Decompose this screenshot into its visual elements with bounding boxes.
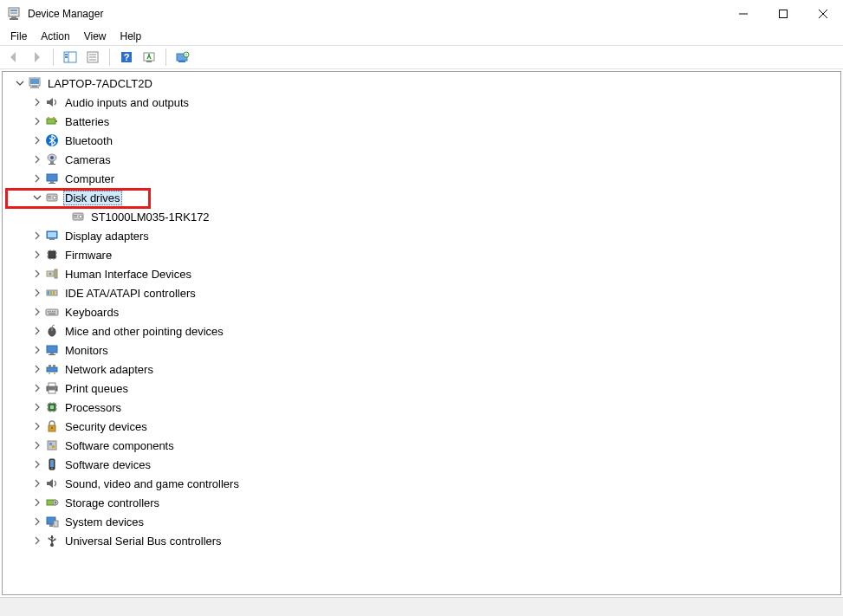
back-button[interactable] xyxy=(3,48,24,67)
tree-category-cameras[interactable]: Cameras xyxy=(4,150,840,169)
tree-category-network[interactable]: Network adapters xyxy=(4,360,840,379)
svg-rect-38 xyxy=(47,174,57,181)
chevron-right-icon[interactable] xyxy=(30,152,44,166)
forward-button[interactable] xyxy=(26,48,47,67)
chevron-down-icon[interactable] xyxy=(13,76,27,90)
svg-rect-11 xyxy=(65,54,68,55)
chevron-right-icon[interactable] xyxy=(30,248,44,262)
tree-label: Keyboards xyxy=(63,305,120,320)
chevron-right-icon[interactable] xyxy=(30,172,44,185)
svg-rect-3 xyxy=(11,16,16,18)
show-hide-tree-button[interactable] xyxy=(60,48,81,67)
tree-category-sound[interactable]: Sound, video and game controllers xyxy=(4,474,840,493)
scan-hardware-button[interactable] xyxy=(139,48,159,67)
tree-label: Batteries xyxy=(63,114,111,129)
chevron-right-icon[interactable] xyxy=(30,534,44,548)
svg-rect-26 xyxy=(30,79,39,84)
svg-rect-69 xyxy=(48,311,49,313)
chevron-right-icon[interactable] xyxy=(30,95,44,109)
tree-label: Disk drives xyxy=(63,191,122,205)
tree-root[interactable]: LAPTOP-7ADCLT2D xyxy=(4,74,840,93)
svg-rect-62 xyxy=(55,269,57,278)
device-tree-panel[interactable]: LAPTOP-7ADCLT2D Audio inputs and outputs… xyxy=(2,71,841,595)
tree-category-ide[interactable]: IDE ATA/ATAPI controllers xyxy=(4,283,840,302)
menu-file[interactable]: File xyxy=(3,29,34,44)
tree-category-system[interactable]: System devices xyxy=(4,512,840,531)
tree-category-hid[interactable]: Human Interface Devices xyxy=(4,264,840,283)
properties-button[interactable] xyxy=(82,48,103,67)
svg-rect-78 xyxy=(49,354,55,355)
chevron-right-icon[interactable] xyxy=(30,324,44,338)
svg-rect-30 xyxy=(55,120,57,122)
svg-point-42 xyxy=(53,196,56,199)
tree-label: Monitors xyxy=(63,343,110,358)
chevron-down-icon[interactable] xyxy=(30,191,44,204)
svg-rect-1 xyxy=(10,10,17,11)
chevron-right-icon[interactable] xyxy=(30,515,44,528)
tree-category-sw-components[interactable]: Software components xyxy=(4,436,840,455)
svg-point-21 xyxy=(148,54,150,55)
menu-action[interactable]: Action xyxy=(34,29,76,44)
svg-rect-102 xyxy=(52,445,55,448)
tree-root-label: LAPTOP-7ADCLT2D xyxy=(46,76,154,91)
add-legacy-hardware-button[interactable] xyxy=(172,48,193,67)
usb-icon xyxy=(44,534,60,548)
svg-rect-28 xyxy=(30,87,39,88)
tree-category-print[interactable]: Print queues xyxy=(4,379,840,398)
tree-category-monitors[interactable]: Monitors xyxy=(4,340,840,360)
tree-label: Software devices xyxy=(63,457,152,472)
chevron-right-icon[interactable] xyxy=(30,438,44,452)
svg-point-99 xyxy=(51,427,53,429)
tree-item-disk-drive[interactable]: ST1000LM035-1RK172 xyxy=(4,207,840,226)
chevron-right-icon[interactable] xyxy=(30,114,44,128)
chevron-right-icon[interactable] xyxy=(30,343,44,357)
tree-category-storage[interactable]: Storage controllers xyxy=(4,493,840,512)
tree-category-mice[interactable]: Mice and other pointing devices xyxy=(4,321,840,340)
chevron-right-icon[interactable] xyxy=(30,229,44,243)
chevron-right-icon[interactable] xyxy=(30,457,44,471)
minimize-button[interactable] xyxy=(723,0,763,28)
tree-category-sw-devices[interactable]: Software devices xyxy=(4,455,840,474)
chevron-right-icon[interactable] xyxy=(30,400,44,414)
menu-view[interactable]: View xyxy=(77,29,113,44)
tree-category-usb[interactable]: Universal Serial Bus controllers xyxy=(4,531,840,550)
tree-category-keyboards[interactable]: Keyboards xyxy=(4,302,840,321)
svg-rect-40 xyxy=(49,183,55,184)
chevron-right-icon[interactable] xyxy=(30,381,44,395)
tree-category-security[interactable]: Security devices xyxy=(4,417,840,436)
svg-rect-2 xyxy=(10,12,17,14)
svg-rect-76 xyxy=(47,346,57,353)
chevron-right-icon[interactable] xyxy=(30,267,44,281)
tree-category-firmware[interactable]: Firmware xyxy=(4,245,840,264)
svg-point-114 xyxy=(49,538,50,540)
tree-category-disk-drives[interactable]: Disk drives xyxy=(4,188,840,207)
tree-category-bluetooth[interactable]: Bluetooth xyxy=(4,131,840,150)
tree-category-display[interactable]: Display adapters xyxy=(4,226,840,245)
chevron-right-icon[interactable] xyxy=(30,133,44,147)
speaker-icon xyxy=(44,95,60,109)
chevron-right-icon[interactable] xyxy=(30,286,44,300)
svg-point-87 xyxy=(55,387,56,389)
svg-rect-72 xyxy=(55,311,56,313)
maximize-button[interactable] xyxy=(763,0,803,28)
monitor-icon xyxy=(44,172,60,185)
tree-category-computer[interactable]: Computer xyxy=(4,169,840,188)
svg-rect-101 xyxy=(49,443,52,445)
chevron-right-icon[interactable] xyxy=(30,496,44,509)
toolbar-separator xyxy=(109,49,110,66)
chevron-right-icon[interactable] xyxy=(30,477,44,490)
svg-rect-37 xyxy=(49,164,55,165)
tree-label: Universal Serial Bus controllers xyxy=(63,534,224,548)
svg-rect-31 xyxy=(48,117,49,119)
menu-help[interactable]: Help xyxy=(113,29,149,44)
help-button[interactable]: ? xyxy=(116,48,137,67)
chevron-right-icon[interactable] xyxy=(30,362,44,376)
close-button[interactable] xyxy=(803,0,843,28)
tree-category-processors[interactable]: Processors xyxy=(4,398,840,417)
tree-category-audio[interactable]: Audio inputs and outputs xyxy=(4,93,840,112)
tree-label: System devices xyxy=(63,515,146,529)
tree-category-batteries[interactable]: Batteries xyxy=(4,112,840,131)
svg-rect-47 xyxy=(74,215,77,216)
chevron-right-icon[interactable] xyxy=(30,419,44,433)
chevron-right-icon[interactable] xyxy=(30,305,44,319)
